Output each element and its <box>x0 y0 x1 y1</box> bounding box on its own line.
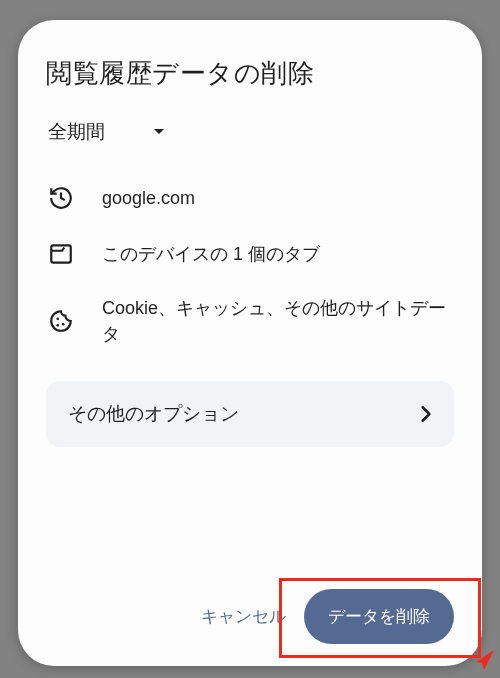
cookies-label: Cookie、キャッシュ、その他のサイトデータ <box>102 295 454 347</box>
cookies-row: Cookie、キャッシュ、その他のサイトデータ <box>46 295 454 347</box>
time-range-selected: 全期間 <box>48 119 105 145</box>
history-icon <box>46 183 76 213</box>
more-options-label: その他のオプション <box>68 401 239 427</box>
history-label: google.com <box>102 185 454 211</box>
clear-browsing-data-dialog: 閲覧履歴データの削除 全期間 google.com <box>18 20 482 666</box>
cancel-button[interactable]: キャンセル <box>189 591 298 642</box>
dialog-title: 閲覧履歴データの削除 <box>46 56 454 91</box>
tabs-label: このデバイスの 1 個のタブ <box>102 241 454 267</box>
svg-point-3 <box>56 324 59 327</box>
history-row: google.com <box>46 183 454 213</box>
time-range-dropdown[interactable]: 全期間 <box>46 113 167 155</box>
dropdown-caret-icon <box>153 128 165 136</box>
tabs-row: このデバイスの 1 個のタブ <box>46 239 454 269</box>
svg-rect-0 <box>51 245 71 262</box>
delete-data-button[interactable]: データを削除 <box>304 589 454 644</box>
chevron-right-icon <box>420 405 432 423</box>
data-list: google.com このデバイスの 1 個のタブ Cookie、キャッ <box>46 183 454 347</box>
cookie-icon <box>46 306 76 336</box>
more-options-row[interactable]: その他のオプション <box>46 381 454 447</box>
dialog-actions: キャンセル データを削除 <box>46 589 454 644</box>
svg-point-2 <box>62 323 65 326</box>
svg-point-1 <box>56 318 59 321</box>
tab-icon <box>46 239 76 269</box>
